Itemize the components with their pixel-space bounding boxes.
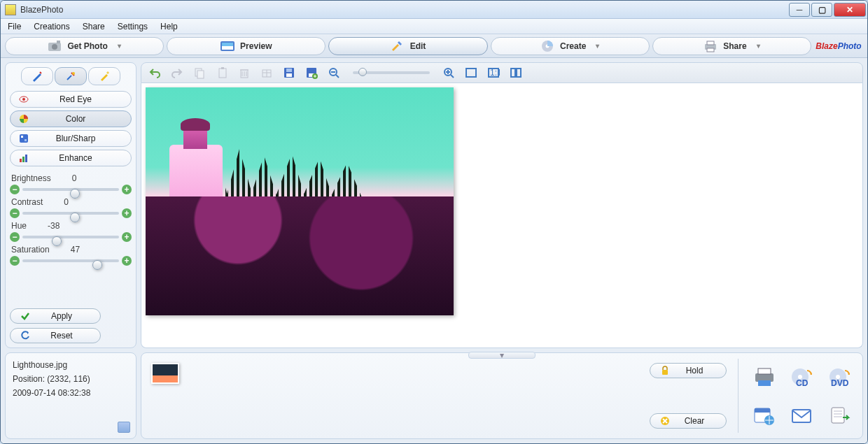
- slider-label: Contrast: [11, 197, 43, 207]
- levels-icon: [19, 153, 29, 163]
- slider-saturation: Saturation47 −+: [10, 245, 132, 267]
- zoom-in-button[interactable]: [442, 66, 455, 79]
- svg-rect-52: [755, 408, 770, 413]
- svg-rect-24: [221, 67, 224, 69]
- canvas-area: 1:1: [141, 62, 863, 348]
- menu-settings[interactable]: Settings: [118, 22, 148, 31]
- file-properties-button[interactable]: [118, 422, 130, 433]
- slider-thumb[interactable]: [70, 213, 80, 222]
- maximize-button[interactable]: ▢: [811, 3, 832, 17]
- slider-rail[interactable]: [22, 188, 119, 191]
- svg-rect-40: [662, 370, 668, 375]
- file-name: Lighthouse.jpg: [13, 360, 129, 370]
- slider-rail[interactable]: [22, 259, 119, 262]
- category-enhance[interactable]: Enhance: [10, 150, 132, 166]
- chevron-down-icon: ▾: [596, 42, 599, 50]
- slider-rail[interactable]: [22, 212, 119, 215]
- edit-mode-crop[interactable]: [21, 67, 53, 85]
- reset-icon: [20, 331, 30, 341]
- printer-icon: [704, 40, 718, 52]
- slider-value: 47: [71, 245, 80, 255]
- svg-rect-10: [707, 48, 714, 52]
- slider-thumb[interactable]: [92, 260, 102, 270]
- fit-screen-button[interactable]: [465, 66, 477, 79]
- compare-button[interactable]: [510, 66, 522, 79]
- titlebar: BlazePhoto ─ ▢ ✕: [1, 1, 867, 19]
- decrement-button[interactable]: −: [10, 232, 20, 242]
- svg-rect-15: [20, 134, 28, 143]
- slider-thumb[interactable]: [52, 236, 62, 246]
- tab-share[interactable]: Share ▾: [652, 37, 811, 55]
- category-label: Red Eye: [38, 94, 131, 104]
- action-email[interactable]: [785, 397, 820, 433]
- decrement-button[interactable]: −: [10, 185, 20, 194]
- close-button[interactable]: ✕: [834, 3, 866, 17]
- minimize-button[interactable]: ─: [789, 3, 810, 17]
- image-canvas[interactable]: [141, 83, 863, 348]
- action-export-html[interactable]: [747, 397, 782, 433]
- tab-get-photo[interactable]: Get Photo ▾: [5, 37, 164, 55]
- slider-contrast: Contrast0 −+: [10, 197, 132, 220]
- reset-button[interactable]: Reset: [10, 328, 101, 343]
- camera-icon: [48, 40, 62, 52]
- edit-toolbar: 1:1: [141, 62, 863, 83]
- category-red-eye[interactable]: Red Eye: [10, 91, 132, 108]
- apply-button[interactable]: Apply: [10, 308, 101, 324]
- slider-label: Hue: [11, 221, 27, 231]
- zoom-slider[interactable]: [353, 71, 430, 74]
- action-print[interactable]: [747, 359, 782, 394]
- edit-mode-effects[interactable]: [88, 67, 120, 85]
- svg-rect-2: [57, 41, 60, 43]
- copy-button[interactable]: [193, 66, 206, 79]
- tab-edit[interactable]: Edit: [328, 37, 487, 55]
- tray-thumbnail[interactable]: [151, 363, 179, 384]
- increment-button[interactable]: +: [122, 185, 132, 194]
- brand-logo: BlazePhoto: [814, 41, 863, 51]
- eye-icon: [19, 94, 29, 104]
- slider-thumb[interactable]: [70, 189, 80, 199]
- tab-preview[interactable]: Preview: [167, 37, 326, 55]
- tray-collapse-handle[interactable]: ▾: [468, 352, 536, 359]
- save-as-button[interactable]: [305, 66, 318, 79]
- svg-rect-44: [758, 380, 771, 386]
- zoom-out-button[interactable]: [328, 66, 340, 79]
- svg-rect-39: [517, 69, 521, 77]
- svg-rect-17: [24, 139, 27, 141]
- redo-button[interactable]: [171, 66, 183, 79]
- menu-file[interactable]: File: [8, 22, 21, 31]
- bottom-strip: Lighthouse.jpg Position: (2332, 116) 200…: [1, 352, 867, 443]
- file-info-box: Lighthouse.jpg Position: (2332, 116) 200…: [5, 352, 136, 439]
- tab-create[interactable]: Create ▾: [491, 37, 650, 55]
- category-color[interactable]: Color: [10, 110, 132, 127]
- decrement-button[interactable]: −: [10, 208, 20, 218]
- undo-button[interactable]: [148, 66, 161, 79]
- slider-rail[interactable]: [22, 236, 119, 238]
- category-label: Color: [38, 114, 131, 124]
- file-timestamp: 2009-07-14 08:32:38: [13, 388, 129, 398]
- svg-rect-22: [197, 71, 204, 78]
- svg-rect-55: [832, 408, 844, 423]
- decrement-button[interactable]: −: [10, 256, 20, 266]
- svg-rect-5: [222, 43, 233, 46]
- hold-button[interactable]: Hold: [650, 363, 727, 378]
- edit-mode-adjust[interactable]: [55, 67, 87, 85]
- action-burn-dvd[interactable]: DVD: [822, 359, 857, 394]
- increment-button[interactable]: +: [122, 232, 132, 242]
- action-burn-cd[interactable]: CD: [785, 359, 820, 394]
- crop-button[interactable]: [260, 66, 273, 79]
- menu-help[interactable]: Help: [160, 22, 178, 31]
- increment-button[interactable]: +: [122, 256, 132, 266]
- category-blur-sharp[interactable]: Blur/Sharp: [10, 130, 132, 147]
- clear-button[interactable]: Clear: [650, 413, 727, 429]
- actual-size-button[interactable]: 1:1: [487, 66, 500, 79]
- zoom-thumb[interactable]: [358, 68, 367, 76]
- paste-button[interactable]: [216, 66, 228, 79]
- delete-button[interactable]: [238, 66, 251, 79]
- svg-rect-20: [25, 155, 27, 162]
- action-export-file[interactable]: [822, 397, 857, 433]
- increment-button[interactable]: +: [122, 208, 132, 218]
- save-button[interactable]: [283, 66, 295, 79]
- tab-label: Share: [723, 41, 746, 51]
- menu-share[interactable]: Share: [83, 22, 105, 31]
- menu-creations[interactable]: Creations: [34, 22, 69, 31]
